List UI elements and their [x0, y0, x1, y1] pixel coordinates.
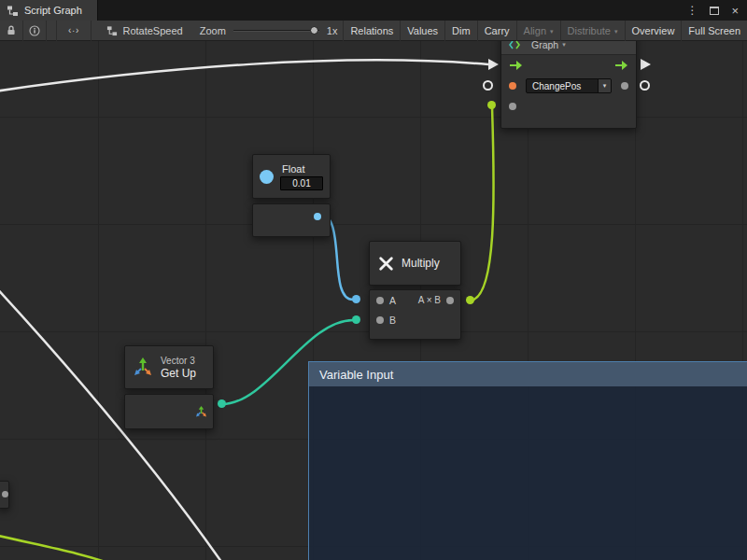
input-a-port-icon[interactable]	[376, 297, 384, 304]
value-output-port-icon[interactable]	[621, 82, 628, 90]
external-port-left-icon[interactable]	[483, 80, 493, 91]
clipped-node-port-icon[interactable]	[2, 491, 8, 497]
float-node-title: Float	[280, 163, 323, 175]
full-screen-button[interactable]: Full Screen	[681, 21, 747, 41]
distribute-button[interactable]: Distribute▾	[560, 21, 625, 41]
carry-button[interactable]: Carry	[477, 21, 516, 41]
zoom-slider-knob[interactable]	[310, 26, 318, 35]
node-vector3-get-up[interactable]: Vector 3 Get Up	[124, 345, 214, 429]
window-maximize-icon[interactable]	[710, 7, 719, 15]
value-input-row	[501, 96, 636, 117]
wire-plug-multiply-output[interactable]	[466, 296, 474, 304]
overview-button[interactable]: Overview	[625, 21, 682, 41]
vector3-icon	[132, 357, 154, 379]
variable-name-dropdown[interactable]: ChangePos ▾	[526, 78, 612, 93]
window-controls: ⋮ ×	[686, 0, 747, 21]
vector3-node-body	[124, 394, 214, 429]
align-button[interactable]: Align▾	[516, 21, 560, 41]
multiply-node-title: Multiply	[402, 257, 440, 270]
variable-kind-icon	[509, 41, 520, 50]
variable-row: ChangePos ▾	[501, 76, 636, 96]
lock-toggle-button[interactable]	[0, 21, 23, 41]
wire-plug-multiply-b[interactable]	[352, 315, 360, 324]
dim-button[interactable]: Dim	[444, 21, 477, 41]
tab-title: Script Graph	[24, 5, 82, 16]
graph-breadcrumb[interactable]: RotateSpeed	[106, 25, 182, 36]
variable-kind-label: Graph	[531, 41, 558, 50]
node-set-variable[interactable]: Graph ▾ ChangePos ▾	[500, 41, 637, 129]
external-port-right-icon[interactable]	[640, 80, 650, 91]
flow-arrow-in-icon	[488, 59, 499, 70]
flow-wire-in	[0, 60, 488, 91]
vector3-node-title: Get Up	[161, 367, 196, 380]
flow-port-row	[501, 55, 636, 76]
port-row-a: A A × B	[370, 290, 460, 310]
flow-output-port-icon[interactable]	[614, 60, 628, 71]
visual-scripting-window: Script Graph ⋮ × ‹∙›	[0, 0, 747, 560]
node-float-literal[interactable]: Float 0.01	[252, 154, 331, 237]
window-titlebar: Script Graph ⋮ ×	[0, 0, 747, 21]
script-graph-icon	[7, 5, 19, 17]
variable-name: ChangePos	[527, 81, 598, 91]
node-footer	[501, 117, 636, 128]
chevron-down-icon: ▾	[598, 79, 611, 92]
window-close-icon[interactable]: ×	[731, 5, 739, 17]
tab-script-graph[interactable]: Script Graph	[0, 0, 98, 21]
vector3-output-port-icon[interactable]	[195, 406, 207, 418]
set-variable-header[interactable]: Graph ▾	[501, 41, 636, 55]
wire-plug-getup-output[interactable]	[218, 399, 226, 408]
float-output-port-icon[interactable]	[314, 213, 321, 220]
float-node-header[interactable]: Float 0.01	[252, 154, 331, 199]
group-header[interactable]: Variable Input	[309, 362, 747, 386]
output-port-icon[interactable]	[446, 297, 454, 304]
input-a-label: A	[389, 295, 396, 306]
value-input-port-icon[interactable]	[509, 103, 516, 110]
vector3-type-label: Vector 3	[161, 356, 196, 366]
zoom-label: Zoom	[200, 25, 226, 36]
toolbar-buttons: Relations Values Dim Carry Align▾ Distri…	[343, 21, 747, 41]
chevron-down-icon: ▾	[562, 41, 566, 49]
chevron-down-icon: ▾	[550, 28, 554, 35]
input-b-label: B	[389, 315, 396, 326]
group-variable-input: Variable Input	[308, 361, 747, 560]
port-row-b: B	[370, 310, 460, 329]
zoom-control: Zoom 1x	[200, 25, 338, 36]
flow-arrow-out-icon	[641, 59, 651, 70]
graph-name: RotateSpeed	[122, 25, 182, 36]
zoom-slider[interactable]	[233, 30, 319, 32]
flow-input-port-icon[interactable]	[509, 60, 523, 71]
wire-plug-multiply-a[interactable]	[352, 295, 360, 303]
chevron-down-icon: ▾	[614, 28, 618, 35]
wire-multiply-to-setvariable	[471, 106, 494, 301]
zoom-value: 1x	[327, 25, 338, 36]
port-labels-toggle-button[interactable]: ‹∙›	[56, 21, 92, 41]
multiply-node-body: A A × B B	[369, 289, 461, 340]
output-label: A × B	[418, 295, 441, 305]
graph-asset-icon	[106, 25, 118, 36]
float-node-body	[252, 203, 331, 237]
group-title: Variable Input	[319, 368, 393, 382]
window-menu-icon[interactable]: ⋮	[686, 5, 698, 16]
variable-port-icon[interactable]	[509, 82, 516, 90]
wire-bottom-left	[0, 535, 116, 560]
values-button[interactable]: Values	[400, 21, 444, 41]
node-multiply[interactable]: Multiply A A × B B	[369, 241, 461, 340]
multiply-icon	[378, 256, 394, 272]
float-value-field[interactable]: 0.01	[280, 176, 323, 190]
multiply-node-header[interactable]: Multiply	[369, 241, 461, 286]
vector3-node-header[interactable]: Vector 3 Get Up	[124, 345, 214, 389]
graph-toolbar: ‹∙› RotateSpeed Zoom 1x Relations Values…	[0, 21, 747, 41]
graph-canvas[interactable]: Variable Input Graph ▾	[0, 41, 747, 560]
info-toggle-button[interactable]	[23, 21, 47, 41]
float-type-icon	[260, 170, 274, 184]
info-icon	[29, 25, 40, 36]
input-b-port-icon[interactable]	[376, 316, 384, 324]
relations-button[interactable]: Relations	[343, 21, 400, 41]
lock-icon	[6, 24, 17, 36]
wire-plug-setvariable-input[interactable]	[487, 101, 496, 109]
